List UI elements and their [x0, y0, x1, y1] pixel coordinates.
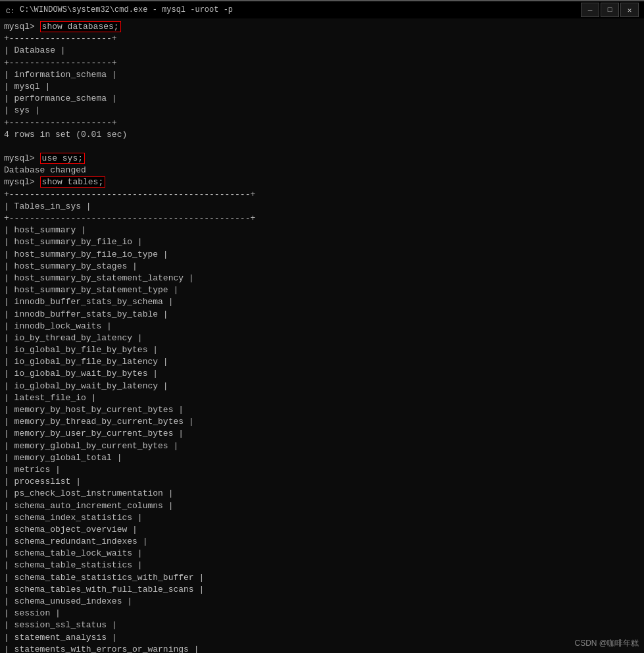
separator-1: +--------------------+ — [4, 33, 640, 45]
db-changed-msg: Database changed — [4, 165, 640, 176]
database-list: | information_schema || mysql || perform… — [4, 69, 640, 117]
title-bar: C: C:\WINDOWS\system32\cmd.exe - mysql -… — [0, 0, 644, 18]
database-item: | performance_schema | — [4, 93, 640, 105]
table-item: | io_global_by_file_by_latency | — [4, 356, 640, 368]
table-item: | latest_file_io | — [4, 392, 640, 404]
table-item: | memory_global_by_current_bytes | — [4, 440, 640, 452]
table-item: | memory_by_host_by_current_bytes | — [4, 404, 640, 416]
table-item: | io_global_by_wait_by_bytes | — [4, 368, 640, 380]
table-item: | host_summary | — [4, 224, 640, 236]
table-item: | statement_analysis | — [4, 632, 640, 644]
table-item: | schema_object_overview | — [4, 524, 640, 536]
table-item: | statements_with_errors_or_warnings | — [4, 644, 640, 653]
table-item: | memory_global_total | — [4, 452, 640, 464]
cmd-use-sys: use sys; — [40, 153, 85, 164]
close-button[interactable]: ✕ — [620, 3, 639, 17]
svg-text:C:: C: — [6, 7, 14, 15]
table-item: | io_by_thread_by_latency | — [4, 332, 640, 344]
db-column-header: | Database | — [4, 45, 640, 57]
table-item: | schema_table_lock_waits | — [4, 548, 640, 560]
table-item: | schema_table_statistics_with_buffer | — [4, 572, 640, 584]
table-item: | host_summary_by_stages | — [4, 261, 640, 273]
table-item: | session_ssl_status | — [4, 619, 640, 631]
title-bar-controls: — □ ✕ — [581, 3, 639, 17]
command-line-3: mysql> show tables; — [4, 176, 640, 188]
table-item: | schema_redundant_indexes | — [4, 536, 640, 548]
table-item: | innodb_buffer_stats_by_schema | — [4, 296, 640, 308]
tables-separator-1: +---------------------------------------… — [4, 189, 640, 201]
prompt-2: mysql> — [4, 153, 40, 163]
table-item: | host_summary_by_statement_type | — [4, 284, 640, 296]
table-item: | host_summary_by_file_io | — [4, 236, 640, 248]
watermark: CSDN @咖啡年糕 — [574, 638, 639, 649]
database-item: | mysql | — [4, 81, 640, 93]
table-item: | schema_auto_increment_columns | — [4, 500, 640, 512]
separator-2: +--------------------+ — [4, 57, 640, 69]
table-item: | schema_table_statistics | — [4, 560, 640, 571]
terminal-content: mysql> show databases; +----------------… — [0, 18, 644, 653]
tables-list: | host_summary || host_summary_by_file_i… — [4, 224, 640, 653]
command-line-2: mysql> use sys; — [4, 153, 640, 165]
table-item: | memory_by_thread_by_current_bytes | — [4, 416, 640, 428]
separator-3: +--------------------+ — [4, 117, 640, 129]
table-item: | host_summary_by_file_io_type | — [4, 249, 640, 261]
window-title: C:\WINDOWS\system32\cmd.exe - mysql -uro… — [20, 5, 233, 14]
database-item: | information_schema | — [4, 69, 640, 81]
maximize-button[interactable]: □ — [601, 3, 619, 17]
prompt-3: mysql> — [4, 177, 40, 187]
table-item: | memory_by_user_by_current_bytes | — [4, 428, 640, 440]
table-item: | innodb_lock_waits | — [4, 321, 640, 332]
table-item: | ps_check_lost_instrumentation | — [4, 488, 640, 500]
table-item: | io_global_by_wait_by_latency | — [4, 380, 640, 392]
tables-column-header: | Tables_in_sys | — [4, 201, 640, 213]
cmd-icon: C: — [5, 5, 16, 15]
table-item: | io_global_by_file_by_bytes | — [4, 344, 640, 356]
database-item: | sys | — [4, 105, 640, 117]
table-item: | innodb_buffer_stats_by_table | — [4, 309, 640, 321]
table-item: | host_summary_by_statement_latency | — [4, 273, 640, 284]
table-item: | schema_tables_with_full_table_scans | — [4, 584, 640, 596]
table-item: | schema_index_statistics | — [4, 512, 640, 524]
table-item: | metrics | — [4, 464, 640, 476]
blank-line-1 — [4, 141, 640, 153]
title-bar-left: C: C:\WINDOWS\system32\cmd.exe - mysql -… — [5, 5, 233, 15]
tables-separator-2: +---------------------------------------… — [4, 213, 640, 224]
prompt-1: mysql> — [4, 22, 40, 32]
cmd-show-tables: show tables; — [40, 176, 106, 188]
command-line-1: mysql> show databases; — [4, 21, 640, 33]
table-item: | session | — [4, 608, 640, 619]
minimize-button[interactable]: — — [581, 3, 599, 17]
table-item: | processlist | — [4, 476, 640, 488]
cmd-show-databases: show databases; — [40, 21, 121, 32]
rows-count: 4 rows in set (0.01 sec) — [4, 129, 640, 141]
table-item: | schema_unused_indexes | — [4, 596, 640, 608]
